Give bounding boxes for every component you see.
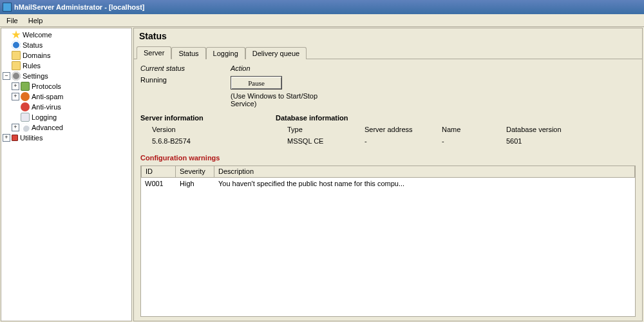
tree-label: Anti-spam [32, 93, 64, 100]
menu-bar: File Help [0, 14, 644, 27]
tree-expander-empty [3, 62, 10, 70]
info-icon [12, 41, 21, 50]
db-info-header: Database information [276, 114, 348, 122]
magnifier-icon [21, 123, 30, 132]
gear-icon [12, 71, 21, 80]
utilities-icon [12, 135, 18, 141]
tree-item-settings[interactable]: − Settings [3, 71, 130, 81]
expand-icon[interactable]: + [12, 124, 19, 131]
main-split: Welcome Status Domains Rules − Settings [0, 27, 644, 322]
warn-col-id[interactable]: ID [141, 166, 176, 178]
tree-label: Status [23, 41, 43, 49]
tree-label: Domains [23, 52, 50, 59]
collapse-icon[interactable]: − [3, 72, 10, 80]
nav-tree: Welcome Status Domains Rules − Settings [1, 28, 131, 144]
tree-label: Advanced [32, 124, 63, 131]
tree-label: Settings [23, 72, 48, 80]
warn-id: W001 [141, 179, 176, 188]
tree-label: Rules [23, 62, 41, 70]
tree-label: Logging [32, 113, 57, 121]
tree-pane: Welcome Status Domains Rules − Settings [1, 28, 132, 321]
tree-item-domains[interactable]: Domains [3, 50, 130, 61]
tree-item-utilities[interactable]: + Utilities [3, 133, 130, 143]
action-label: Action [231, 64, 334, 72]
tab-server[interactable]: Server [137, 46, 171, 59]
tree-item-antivirus[interactable]: Anti-virus [3, 102, 130, 112]
tree-item-status[interactable]: Status [3, 40, 130, 50]
tree-expander-empty [3, 31, 10, 39]
tab-delivery[interactable]: Delivery queue [245, 47, 307, 59]
protocols-icon [21, 82, 30, 91]
tree-item-advanced[interactable]: + Advanced [3, 122, 130, 133]
tabstrip: Server Status Logging Delivery queue [133, 45, 643, 59]
running-status: Running [140, 76, 231, 84]
current-status-label: Current status [140, 64, 231, 72]
menu-help[interactable]: Help [24, 15, 47, 26]
window-title-bar: hMailServer Administrator - [localhost] [0, 0, 644, 14]
service-hint: (Use Windows to Start/Stop Service) [231, 92, 334, 108]
page-title: Status [133, 28, 643, 45]
antispam-icon [21, 92, 30, 101]
tree-item-antispam[interactable]: + Anti-spam [3, 91, 130, 102]
version-value: 5.6.8-B2574 [152, 137, 287, 145]
pause-button[interactable]: Pause [231, 76, 282, 90]
warning-row[interactable]: W001 High You haven't specified the publ… [141, 178, 635, 189]
tree-item-rules[interactable]: Rules [3, 61, 130, 71]
star-icon [12, 30, 21, 39]
tree-expander-empty [3, 41, 10, 49]
folder-icon [12, 61, 21, 70]
db-addr-value: - [365, 137, 442, 145]
tree-label: Anti-virus [32, 103, 61, 111]
config-warnings-header: Configuration warnings [140, 154, 636, 162]
content-pane: Status Server Status Logging Delivery qu… [133, 28, 643, 321]
db-name-value: - [442, 137, 506, 145]
tree-label: Protocols [32, 82, 61, 90]
window-title: hMailServer Administrator - [localhost] [14, 3, 145, 11]
expand-icon[interactable]: + [12, 82, 19, 90]
db-type-value: MSSQL CE [287, 137, 365, 145]
app-icon [3, 3, 12, 12]
tree-item-welcome[interactable]: Welcome [3, 30, 130, 40]
db-ver-label: Database version [506, 126, 583, 133]
folder-icon [12, 51, 21, 60]
logging-icon [21, 113, 30, 122]
tree-item-protocols[interactable]: + Protocols [3, 81, 130, 91]
db-type-label: Type [287, 126, 365, 133]
warn-col-desc[interactable]: Description [214, 166, 635, 178]
db-addr-label: Server address [365, 126, 442, 133]
db-name-label: Name [442, 126, 506, 133]
warn-col-sev[interactable]: Severity [176, 166, 214, 178]
info-grid: Version Type Server address Name Databas… [140, 126, 636, 145]
tree-label: Welcome [23, 31, 52, 39]
tree-expander-empty [12, 103, 19, 111]
tab-status[interactable]: Status [171, 47, 205, 59]
warn-desc: You haven't specified the public host na… [214, 179, 635, 188]
warnings-header-row: ID Severity Description [141, 166, 635, 178]
tree-expander-empty [12, 113, 19, 121]
tab-logging[interactable]: Logging [206, 47, 245, 59]
version-label: Version [152, 126, 287, 133]
db-ver-value: 5601 [506, 137, 583, 145]
expand-icon[interactable]: + [12, 93, 19, 100]
tree-label: Utilities [20, 134, 43, 142]
antivirus-icon [21, 102, 30, 111]
warnings-list: ID Severity Description W001 High You ha… [140, 166, 636, 317]
server-info-header: Server information [140, 114, 276, 122]
tree-item-logging[interactable]: Logging [3, 112, 130, 122]
menu-file[interactable]: File [3, 15, 22, 26]
warn-sev: High [176, 179, 214, 188]
tree-expander-empty [3, 52, 10, 59]
tab-body-server: Current status Action Running Pause (Use… [133, 59, 643, 321]
expand-icon[interactable]: + [3, 134, 10, 142]
